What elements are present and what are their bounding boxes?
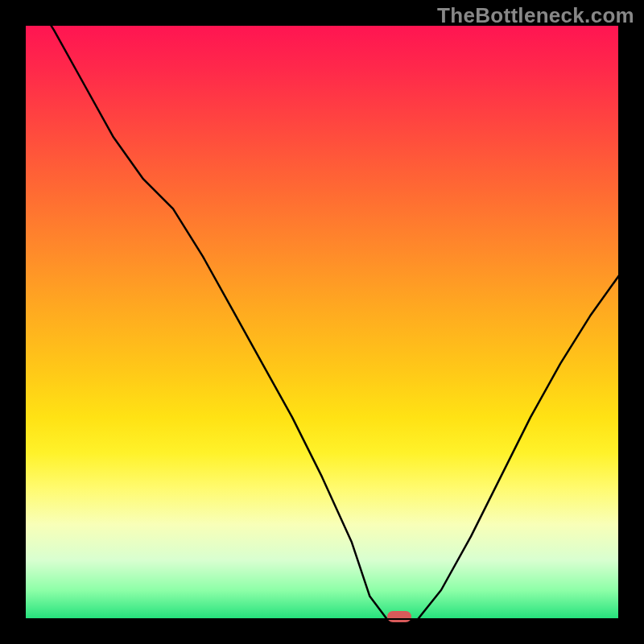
plot-area	[24, 24, 620, 620]
watermark-text: TheBottleneck.com	[437, 3, 634, 28]
gradient-background	[24, 24, 620, 620]
chart-container: TheBottleneck.com	[0, 0, 644, 644]
optimal-marker	[387, 611, 411, 622]
